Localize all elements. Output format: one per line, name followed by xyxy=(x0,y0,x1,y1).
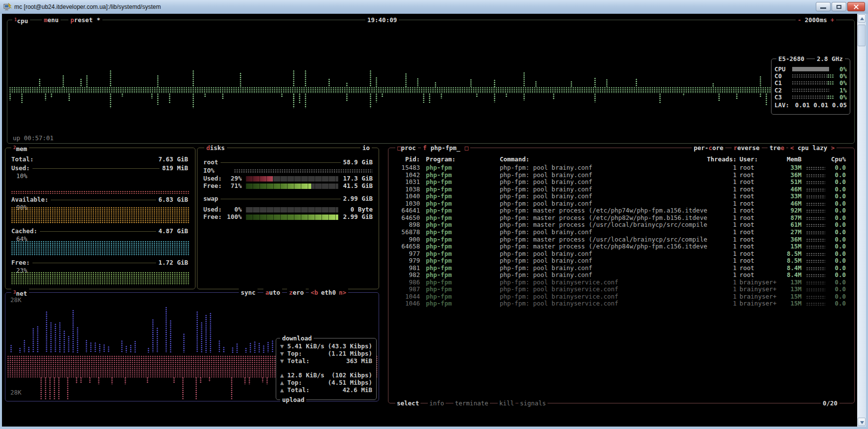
proc-program: php-fpm xyxy=(426,257,452,265)
graph-dots xyxy=(718,93,721,101)
proc-row[interactable]: 898php-fpmphp-fpm: master process (/usr/… xyxy=(388,221,854,229)
proc-program: php-fpm xyxy=(426,164,452,172)
reverse-toggle[interactable]: reverse xyxy=(732,144,762,152)
net-prev-button[interactable]: <b xyxy=(311,289,318,296)
graph-dots xyxy=(148,348,150,353)
proc-row[interactable]: 64658php-fpmphp-fpm: master process (/et… xyxy=(388,243,854,250)
proc-filter-input[interactable]: fphp-fpm_□ xyxy=(421,144,470,152)
footer-kill-button[interactable]: kill xyxy=(498,399,515,407)
menu-button[interactable]: menu xyxy=(42,16,61,24)
proc-row[interactable]: 900php-fpmphp-fpm: master process (/usr/… xyxy=(388,236,854,244)
footer-signals-button[interactable]: signals xyxy=(518,399,547,407)
drive-used-value: 17.3 GiB xyxy=(342,175,373,182)
proc-row[interactable]: 987php-fpmphp-fpm: pool brainyservice.co… xyxy=(388,286,854,293)
proc-row[interactable]: 64650php-fpmphp-fpm: master process (/et… xyxy=(388,214,854,222)
net-zero-button[interactable]: zero xyxy=(287,289,306,296)
net-next-button[interactable]: n> xyxy=(339,289,346,296)
proc-pid: 1046 xyxy=(388,300,420,307)
cpu-freq-label: 2.8 GHz xyxy=(815,55,845,62)
proc-mem-meter xyxy=(806,231,825,234)
graph-dots xyxy=(9,87,842,93)
upload-total-label: Total: xyxy=(288,387,310,394)
graph-dots xyxy=(346,83,349,87)
interval-plus-button[interactable]: + xyxy=(831,16,835,24)
proc-row[interactable]: 982php-fpmphp-fpm: pool brainy.conf1root… xyxy=(388,272,854,279)
proc-program: php-fpm xyxy=(426,221,452,229)
graph-dots xyxy=(376,93,378,102)
proc-row[interactable]: 986php-fpmphp-fpm: pool brainyservice.co… xyxy=(388,279,854,286)
proc-command: php-fpm: pool brainy.conf xyxy=(500,265,592,272)
close-button[interactable] xyxy=(847,2,865,11)
graph-dots xyxy=(376,77,378,87)
proc-row[interactable]: 1031php-fpmphp-fpm: pool brainy.conf1roo… xyxy=(388,179,854,186)
proc-row[interactable]: 1030php-fpmphp-fpm: pool brainy.conf1roo… xyxy=(388,200,854,208)
proc-row[interactable]: 64641php-fpmphp-fpm: master process (/et… xyxy=(388,207,854,214)
proc-user: root xyxy=(739,179,754,186)
proc-program: php-fpm xyxy=(426,293,452,301)
proc-row[interactable]: 56878php-fpmphp-fpm: pool brainy.conf1ro… xyxy=(388,229,854,236)
preset-button[interactable]: preset* xyxy=(68,16,102,24)
col-memb: MemB xyxy=(771,156,802,163)
upload-top-value: (4.51 Mibps) xyxy=(328,379,372,386)
proc-program: php-fpm xyxy=(426,186,452,193)
per-core-toggle[interactable]: per-core xyxy=(692,144,725,152)
proc-command: php-fpm: pool brainy.conf xyxy=(500,186,592,193)
proc-command: php-fpm: pool brainyservice.conf xyxy=(500,293,618,301)
scrollbar-thumb[interactable] xyxy=(858,25,866,46)
proc-row[interactable]: 1040php-fpmphp-fpm: pool brainy.conf1roo… xyxy=(388,193,854,200)
footer-select-button[interactable]: select xyxy=(395,399,420,407)
sort-next-button[interactable]: > xyxy=(831,144,835,152)
core-value: 0% xyxy=(830,65,847,73)
window-titlebar[interactable]: mc [root@ub24.itdeveloper.com.ua]:/lib/s… xyxy=(0,0,868,14)
cpu-box-title[interactable]: 1cpu xyxy=(12,16,30,25)
proc-program: php-fpm xyxy=(426,250,452,258)
proc-command: php-fpm: master process (/etc/php82w/php… xyxy=(500,214,707,222)
maximize-button[interactable] xyxy=(832,2,846,11)
proc-row[interactable]: 1044php-fpmphp-fpm: pool brainyservice.c… xyxy=(388,293,854,301)
core-meter-dots xyxy=(792,95,829,99)
mem-box-title[interactable]: 2mem xyxy=(11,144,29,153)
proc-row[interactable]: 1046php-fpmphp-fpm: pool brainyservice.c… xyxy=(388,300,854,307)
proc-row[interactable]: 15483php-fpmphp-fpm: pool brainy.conf1ro… xyxy=(388,164,854,172)
proc-program: php-fpm xyxy=(426,193,452,200)
footer-info-button[interactable]: info xyxy=(428,399,446,407)
sort-prev-button[interactable]: < xyxy=(790,144,794,152)
proc-row[interactable]: 981php-fpmphp-fpm: pool brainy.conf1root… xyxy=(388,265,854,272)
io-toggle-button[interactable]: io xyxy=(360,144,372,152)
net-auto-button[interactable]: auto xyxy=(263,289,282,296)
graph-dots xyxy=(193,93,195,108)
proc-command: php-fpm: pool brainyservice.conf xyxy=(500,279,618,286)
selection-counter: 0/20 xyxy=(821,399,839,407)
proc-row[interactable]: 1038php-fpmphp-fpm: pool brainy.conf1roo… xyxy=(388,186,854,193)
proc-box-title[interactable]: □proc xyxy=(395,144,418,152)
proc-user: root xyxy=(739,250,754,258)
graph-dots xyxy=(254,341,257,353)
graph-dots xyxy=(77,327,79,353)
drive-free-meter-fill xyxy=(246,214,338,220)
proc-row[interactable]: 979php-fpmphp-fpm: pool brainy.conf1root… xyxy=(388,257,854,265)
proc-row[interactable]: 1042php-fpmphp-fpm: pool brainy.conf1roo… xyxy=(388,172,854,179)
graph-dots xyxy=(173,377,176,383)
tree-toggle[interactable]: tree xyxy=(768,144,786,152)
disks-box-title[interactable]: disks xyxy=(204,144,227,152)
graph-dots xyxy=(382,93,384,97)
interval-minus-button[interactable]: - xyxy=(798,16,802,24)
proc-cpu: 0.0 xyxy=(824,257,846,265)
footer-terminate-button[interactable]: terminate xyxy=(453,399,490,407)
drive-free-meter-fill xyxy=(246,184,311,189)
proc-command: php-fpm: pool brainy.conf xyxy=(500,250,592,258)
proc-row[interactable]: 977php-fpmphp-fpm: pool brainy.conf1root… xyxy=(388,250,854,258)
core-value: 1% xyxy=(830,87,847,94)
graph-dots xyxy=(89,377,92,383)
net-sync-button[interactable]: sync xyxy=(239,289,257,296)
graph-dots xyxy=(170,320,172,353)
mem-cached-graph xyxy=(11,241,189,256)
core-meter xyxy=(792,81,829,85)
terminal-scrollbar[interactable] xyxy=(857,14,866,427)
scroll-down-button[interactable] xyxy=(858,418,866,426)
graph-dots xyxy=(370,93,372,108)
proc-mem: 36M xyxy=(771,236,802,244)
graph-dots xyxy=(196,311,199,353)
scroll-up-button[interactable] xyxy=(858,14,866,23)
minimize-button[interactable] xyxy=(816,2,831,11)
